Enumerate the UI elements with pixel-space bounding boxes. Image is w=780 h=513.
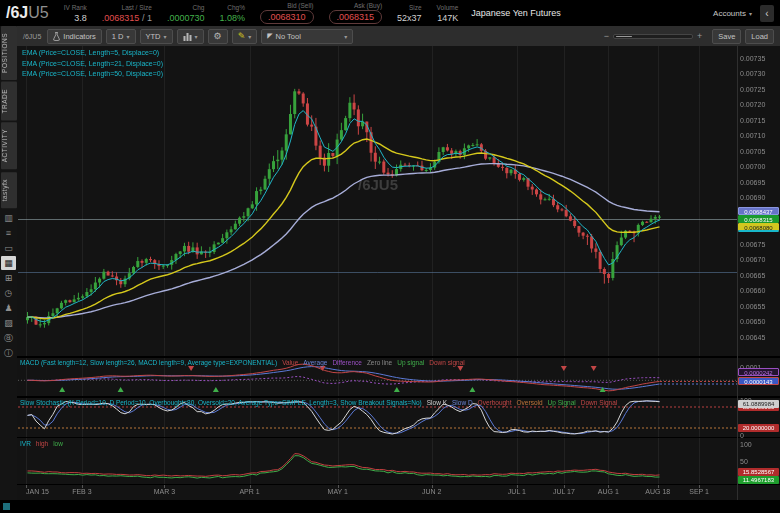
interval-dropdown[interactable]: 1 D▾ — [106, 29, 136, 44]
price-tick-label: 0.00645 — [740, 334, 765, 341]
quote-price-button[interactable]: .0068315 — [329, 10, 383, 24]
stat-label: Ask (Buy) — [354, 2, 382, 10]
chart-settings-button[interactable]: ⚙ — [208, 29, 228, 44]
drawings-dropdown[interactable]: ✎ ▾ — [232, 29, 258, 44]
quote-stat: Chg.0000730 — [167, 4, 205, 24]
study-plot-label: Zero line — [367, 359, 392, 366]
sidebar-tab-trade[interactable]: TRADE — [1, 82, 17, 121]
price-tick-label: 0.00660 — [740, 287, 765, 294]
axis-value-box: 0.0068437 — [738, 207, 779, 215]
sidebar-tab-tastyfx[interactable]: tastyfx — [1, 172, 17, 208]
ema-legend-line[interactable]: EMA (Price=CLOSE, Length=50, Displace=0) — [22, 69, 163, 80]
toolbar-symbol: /6JU5 — [23, 33, 41, 40]
quote-stat: IV Rank3.8 — [64, 4, 87, 24]
study-plot-label: Up signal — [397, 359, 424, 366]
ema-legend-line[interactable]: EMA (Price=CLOSE, Length=5, Displace=0) — [22, 48, 163, 59]
zoom-slider[interactable] — [613, 34, 693, 39]
sidebar-tab-activity[interactable]: ACTIVITY — [1, 122, 17, 169]
stoch-tick-label: 0 — [740, 432, 744, 439]
price-tick-label: 0.00720 — [740, 101, 765, 108]
price-tick-label: 0.00675 — [740, 241, 765, 248]
grid-layout-icon[interactable]: ▦ — [1, 256, 16, 270]
study-title[interactable]: MACD (Fast length=12, Slow length=26, MA… — [20, 359, 277, 366]
quote-price-button[interactable]: .0068310 — [260, 10, 314, 24]
zoom-slider-thumb[interactable] — [616, 36, 632, 37]
price-tick-label: 0.00650 — [740, 318, 765, 325]
chart-icon[interactable]: ▥ — [1, 211, 16, 225]
annotation-icon[interactable]: ⓐ — [1, 331, 16, 345]
stat-label: Last / Size — [122, 4, 152, 12]
watchlist-icon[interactable]: ≡ — [1, 226, 16, 240]
price-tick-label: 0.00700 — [740, 163, 765, 170]
price-tick-label: 0.00710 — [740, 132, 765, 139]
instrument-name: Japanese Yen Futures — [471, 8, 561, 18]
zoom-in-button[interactable]: + — [697, 31, 702, 41]
stochastic-study-legend: Slow Stochastic (K Period=10, D Period=1… — [20, 399, 622, 406]
chevron-down-icon: ▾ — [344, 33, 347, 40]
study-plot-label: low — [53, 440, 63, 447]
stat-value: 147K — [437, 12, 458, 24]
quote-bar: /6JU5 IV Rank3.8Last / Size.0068315 / 1C… — [0, 0, 780, 26]
left-sidebar: POSITIONSTRADEACTIVITYtastyfx▥≡▭▦⊞◷♟▨ⓐⓘ — [0, 26, 17, 500]
ivr-tick-label: 100 — [740, 441, 752, 448]
trading-platform-window: /6JU5 IV Rank3.8Last / Size.0068315 / 1C… — [0, 0, 780, 513]
apps-icon[interactable]: ⊞ — [1, 271, 16, 285]
chart-toolbar: /6JU5 Indicators 1 D▾ YTD▾ ▾ ⚙ ✎ ▾ ◤ No … — [17, 26, 780, 46]
axis-value-box: 61.0889984 — [738, 400, 779, 408]
zoom-out-button[interactable]: − — [604, 31, 609, 41]
active-tool-dropdown[interactable]: ◤ No Tool ▾ — [261, 29, 353, 44]
stat-value: 3.8 — [74, 12, 87, 24]
chart-style-dropdown[interactable]: ▾ — [177, 29, 204, 44]
price-tick-label: 0.00715 — [740, 117, 765, 124]
range-dropdown[interactable]: YTD▾ — [140, 29, 173, 44]
study-title[interactable]: Slow Stochastic (K Period=10, D Period=1… — [20, 399, 422, 406]
study-plot-label: Slow D — [452, 399, 473, 406]
study-plot-label: Down signal — [429, 359, 464, 366]
price-tick-label: 0.00655 — [740, 303, 765, 310]
date-tick-label: FEB 3 — [72, 488, 91, 495]
indicators-button[interactable]: Indicators — [47, 29, 102, 44]
study-plot-label: Down Signal — [581, 399, 618, 406]
sidebar-tab-positions[interactable]: POSITIONS — [1, 26, 17, 80]
quote-stats: IV Rank3.8Last / Size.0068315 / 1Chg.000… — [49, 2, 459, 24]
study-plot-label: Difference — [332, 359, 362, 366]
axis-value-box: 0.0000143 — [738, 377, 779, 385]
cursor-icon: ◤ — [267, 32, 272, 40]
date-tick-label: APR 1 — [239, 488, 259, 495]
info-icon[interactable]: ⓘ — [1, 346, 16, 360]
price-tick-label: 0.00690 — [740, 194, 765, 201]
ema-legend-line[interactable]: EMA (Price=CLOSE, Length=21, Displace=0) — [22, 59, 163, 70]
quote-stat: Ask (Buy).0068315 — [329, 2, 383, 24]
accounts-dropdown[interactable]: Accounts ▾ — [713, 9, 752, 18]
macd-study-legend: MACD (Fast length=12, Slow length=26, MA… — [20, 359, 470, 366]
collapse-panel-button[interactable]: ‹ — [760, 5, 774, 22]
price-tick-label: 0.00695 — [740, 179, 765, 186]
symbol-suffix: U5 — [28, 4, 48, 21]
load-button[interactable]: Load — [745, 29, 774, 44]
price-axis[interactable]: 0.007350.007300.007250.007200.007150.007… — [737, 46, 780, 500]
window-icon[interactable]: ▭ — [1, 241, 16, 255]
date-tick-label: MAR 3 — [154, 488, 175, 495]
bar-chart-icon — [183, 32, 192, 41]
history-icon[interactable]: ◷ — [1, 286, 16, 300]
symbol-label: /6JU5 — [6, 4, 49, 22]
media-icon[interactable]: ▨ — [1, 316, 16, 330]
community-icon[interactable]: ♟ — [1, 301, 16, 315]
date-tick-label: AUG 1 — [598, 488, 619, 495]
stat-label: Volume — [437, 4, 459, 12]
price-tick-label: 0.00665 — [740, 272, 765, 279]
study-title[interactable]: IVR — [20, 440, 31, 447]
date-tick-label: JUL 17 — [553, 488, 575, 495]
study-plot-label: Average — [303, 359, 327, 366]
date-tick-label: MAY 1 — [328, 488, 348, 495]
save-button[interactable]: Save — [712, 29, 741, 44]
axis-value-box: 20.0000000 — [738, 424, 779, 432]
date-tick-label: SEP 1 — [689, 488, 709, 495]
axis-value-box — [738, 230, 779, 232]
stat-value: .0068315 / 1 — [102, 12, 152, 24]
quote-stat: Bid (Sell).0068310 — [260, 2, 314, 24]
date-tick-label: JAN 15 — [26, 488, 49, 495]
ivr-study-legend: IVRhighlow — [20, 440, 68, 447]
bottom-bar — [0, 500, 780, 513]
time-axis[interactable]: JAN 15FEB 3MAR 3APR 1MAY 1JUN 2JUL 1JUL … — [17, 485, 737, 500]
